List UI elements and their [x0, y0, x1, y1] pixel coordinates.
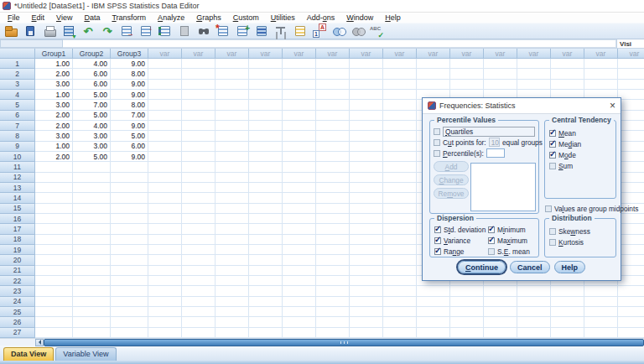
spell-check-icon[interactable] — [370, 24, 385, 38]
data-cell-empty[interactable] — [383, 69, 417, 79]
data-cell[interactable] — [35, 204, 73, 214]
data-cell-empty[interactable] — [551, 328, 584, 338]
data-cell-empty[interactable] — [383, 152, 417, 162]
data-cell-empty[interactable] — [316, 173, 350, 183]
data-cell-empty[interactable] — [216, 193, 249, 203]
data-cell-empty[interactable] — [417, 317, 450, 327]
data-cell-empty[interactable] — [618, 286, 644, 296]
data-cell-empty[interactable] — [283, 328, 316, 338]
data-cell-empty[interactable] — [383, 286, 417, 296]
data-cell-empty[interactable] — [316, 80, 350, 90]
std-deviation-checkbox-icon[interactable] — [434, 226, 441, 233]
data-cell-empty[interactable] — [216, 307, 249, 317]
data-cell-empty[interactable] — [148, 266, 182, 276]
data-cell-empty[interactable] — [182, 69, 216, 79]
data-cell-empty[interactable] — [249, 80, 283, 90]
data-cell-empty[interactable] — [417, 328, 450, 338]
data-cell-empty[interactable] — [283, 266, 316, 276]
data-cell-empty[interactable] — [584, 297, 618, 307]
data-cell-empty[interactable] — [551, 317, 584, 327]
data-cell-empty[interactable] — [148, 297, 182, 307]
data-cell[interactable] — [111, 162, 148, 172]
data-cell-empty[interactable] — [249, 173, 283, 183]
data-cell[interactable] — [73, 214, 111, 224]
scrollbar-left-arrow-icon[interactable] — [35, 339, 44, 346]
median-checkbox-icon[interactable] — [549, 141, 556, 148]
data-cell-empty[interactable] — [249, 317, 283, 327]
data-cell-empty[interactable] — [350, 317, 383, 327]
data-cell[interactable] — [73, 297, 111, 307]
data-cell-empty[interactable] — [618, 173, 644, 183]
data-cell-empty[interactable] — [216, 162, 249, 172]
checkbox-kurtosis[interactable]: Kurtosis — [549, 237, 615, 247]
data-cell-empty[interactable] — [450, 317, 484, 327]
data-cell-empty[interactable] — [383, 266, 417, 276]
data-cell-empty[interactable] — [517, 59, 551, 69]
data-cell-empty[interactable] — [584, 328, 618, 338]
data-cell-empty[interactable] — [383, 59, 417, 69]
data-cell-empty[interactable] — [216, 317, 249, 327]
grid-corner-cell[interactable] — [0, 49, 35, 59]
menu-data[interactable]: Data — [78, 13, 106, 22]
data-cell-empty[interactable] — [182, 317, 216, 327]
data-cell[interactable] — [73, 276, 111, 286]
data-cell[interactable]: 5.00 — [73, 90, 111, 100]
data-cell-empty[interactable] — [584, 307, 618, 317]
data-cell-empty[interactable] — [182, 162, 216, 172]
data-cell-empty[interactable] — [350, 183, 383, 193]
data-cell-empty[interactable] — [316, 214, 350, 224]
data-cell-empty[interactable] — [618, 328, 644, 338]
data-cell-empty[interactable] — [350, 69, 383, 79]
split-file-icon[interactable] — [254, 24, 269, 38]
column-header-group1[interactable]: Group1 — [35, 49, 73, 59]
data-cell-empty[interactable] — [350, 328, 383, 338]
data-cell-empty[interactable] — [216, 59, 249, 69]
data-cell[interactable] — [111, 328, 148, 338]
data-cell-empty[interactable] — [383, 193, 417, 203]
data-cell-empty[interactable] — [383, 245, 417, 255]
data-cell-empty[interactable] — [283, 173, 316, 183]
data-cell-empty[interactable] — [450, 286, 484, 296]
percentiles-listbox[interactable] — [470, 163, 536, 211]
data-cell[interactable]: 2.00 — [35, 111, 73, 121]
data-cell-empty[interactable] — [283, 214, 316, 224]
data-cell[interactable] — [73, 307, 111, 317]
data-cell-empty[interactable] — [216, 297, 249, 307]
menu-graphs[interactable]: Graphs — [190, 13, 227, 22]
data-cell-empty[interactable] — [316, 297, 350, 307]
data-cell-empty[interactable] — [350, 111, 383, 121]
data-cell-empty[interactable] — [316, 69, 350, 79]
data-cell-empty[interactable] — [383, 224, 417, 234]
data-cell-empty[interactable] — [249, 235, 283, 245]
data-cell-empty[interactable] — [316, 317, 350, 327]
checkbox-quartiles[interactable]: Quartiles — [434, 126, 535, 137]
data-cell[interactable] — [73, 266, 111, 276]
data-cell-empty[interactable] — [551, 59, 584, 69]
data-cell[interactable]: 3.00 — [73, 131, 111, 141]
data-cell-empty[interactable] — [316, 111, 350, 121]
data-cell-empty[interactable] — [249, 204, 283, 214]
data-cell-empty[interactable] — [148, 90, 182, 100]
column-header-var[interactable]: var — [316, 49, 350, 59]
data-cell-empty[interactable] — [216, 111, 249, 121]
row-header-10[interactable]: 10 — [0, 152, 35, 162]
remove-button[interactable]: Remove — [434, 188, 469, 199]
cancel-button[interactable]: Cancel — [510, 261, 550, 273]
row-header-25[interactable]: 25 — [0, 307, 35, 317]
data-cell[interactable] — [35, 266, 73, 276]
sum-checkbox-icon[interactable] — [549, 163, 556, 169]
data-cell-empty[interactable] — [551, 69, 584, 79]
open-icon[interactable] — [3, 24, 18, 38]
row-header-12[interactable]: 12 — [0, 173, 35, 183]
data-cell-empty[interactable] — [383, 121, 417, 131]
data-cell[interactable] — [73, 224, 111, 234]
data-cell-empty[interactable] — [249, 224, 283, 234]
data-cell[interactable]: 9.00 — [111, 152, 148, 162]
data-cell-empty[interactable] — [618, 193, 644, 203]
data-cell-empty[interactable] — [350, 152, 383, 162]
data-cell-empty[interactable] — [148, 255, 182, 265]
data-cell-empty[interactable] — [618, 307, 644, 317]
data-cell-empty[interactable] — [249, 100, 283, 110]
data-cell-empty[interactable] — [316, 131, 350, 141]
data-cell-empty[interactable] — [618, 183, 644, 193]
